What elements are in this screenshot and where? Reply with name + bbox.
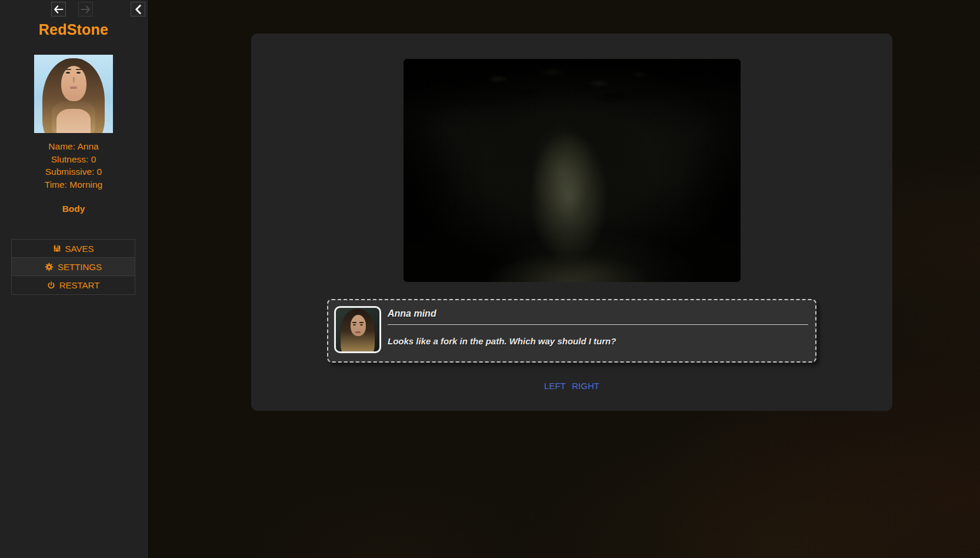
speaker-avatar	[334, 306, 381, 353]
sidebar: RedStone Name: Anna Slutness: 0 Submissi…	[0, 0, 148, 558]
dialogue-divider	[388, 324, 808, 325]
dialogue-text: Looks like a fork in the path. Which way…	[388, 336, 808, 346]
sidebar-menu: SAVES SETTINGS	[11, 239, 135, 295]
stat-submissive: Submissive: 0	[0, 165, 147, 178]
history-back-button[interactable]	[51, 2, 66, 16]
character-stats: Name: Anna Slutness: 0 Submissive: 0 Tim…	[0, 140, 147, 191]
restart-button-label: RESTART	[59, 280, 100, 290]
power-icon	[47, 281, 55, 290]
arrow-right-icon	[81, 5, 91, 14]
saves-button[interactable]: SAVES	[12, 240, 135, 258]
app-title: RedStone	[0, 21, 147, 38]
choice-left-link[interactable]: LEFT	[544, 381, 566, 391]
sidebar-collapse-button[interactable]	[131, 2, 145, 16]
arrow-left-icon	[54, 5, 64, 14]
history-forward-button[interactable]	[78, 2, 93, 16]
scene-image-cave	[404, 59, 741, 282]
chevron-left-icon	[135, 5, 142, 14]
choice-right-link[interactable]: RIGHT	[572, 381, 599, 391]
body-link[interactable]: Body	[0, 204, 147, 214]
choice-links: LEFT RIGHT	[251, 381, 892, 391]
settings-button-label: SETTINGS	[58, 262, 102, 272]
story-panel: Anna mind Looks like a fork in the path.…	[251, 34, 892, 411]
dialogue-body: Anna mind Looks like a fork in the path.…	[388, 306, 808, 353]
saves-button-label: SAVES	[65, 244, 94, 254]
restart-button[interactable]: RESTART	[12, 276, 135, 294]
gear-icon	[45, 263, 54, 271]
character-portrait	[34, 55, 113, 133]
floppy-disk-icon	[53, 244, 61, 253]
stat-slutness: Slutness: 0	[0, 153, 147, 166]
stat-time: Time: Morning	[0, 178, 147, 191]
speaker-name: Anna mind	[388, 308, 808, 319]
dialogue-box: Anna mind Looks like a fork in the path.…	[327, 299, 816, 363]
settings-button[interactable]: SETTINGS	[12, 258, 135, 276]
stat-name: Name: Anna	[0, 140, 147, 153]
character-portrait-image	[34, 55, 113, 133]
